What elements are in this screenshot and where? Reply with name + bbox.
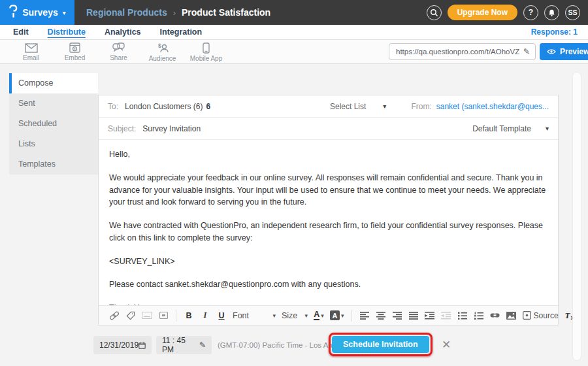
align-left-icon[interactable]	[359, 309, 370, 322]
template-dropdown[interactable]: Default Template ▾	[472, 124, 549, 133]
edit-time-pencil-icon[interactable]: ✎	[199, 341, 206, 350]
channel-embed[interactable]: Embed	[53, 42, 97, 61]
breadcrumb-parent[interactable]: Regional Products	[86, 7, 167, 18]
select-list-dropdown[interactable]: Select List ▾	[330, 102, 386, 111]
notifications-button[interactable]	[544, 5, 559, 20]
link-chain-icon[interactable]	[490, 309, 500, 322]
chevron-down-icon: ▾	[341, 312, 344, 319]
numbered-list-icon[interactable]	[474, 309, 484, 322]
channel-email-label: Email	[23, 54, 39, 61]
sidebar-item-compose[interactable]: Compose	[9, 73, 98, 93]
indent-decrease-icon[interactable]	[441, 309, 451, 322]
compose-card: To: London Customers (6) 6 Select List ▾…	[98, 95, 559, 325]
font-family-dropdown[interactable]: Font ▾	[233, 309, 276, 322]
channel-share[interactable]: Share	[97, 42, 140, 61]
channel-email[interactable]: Email	[9, 43, 53, 61]
share-icon	[112, 42, 125, 53]
avatar[interactable]: SS	[565, 5, 580, 20]
body-paragraph: Please contact sanket.shekdar@questionpr…	[109, 278, 547, 291]
surveys-menu[interactable]: Surveys ▾	[0, 0, 74, 25]
to-label: To:	[108, 102, 118, 111]
upgrade-now-button[interactable]: Upgrade Now	[448, 5, 517, 20]
subject-label: Subject:	[108, 124, 136, 133]
scrollbar[interactable]	[572, 72, 581, 361]
svg-text:$: $	[158, 42, 161, 49]
tab-edit[interactable]: Edit	[13, 27, 29, 37]
bold-button[interactable]: B	[184, 309, 194, 322]
font-family-label: Font	[233, 311, 249, 320]
search-icon	[430, 8, 438, 17]
chevron-down-icon: ▾	[304, 312, 308, 319]
chevron-down-icon: ▾	[546, 125, 549, 132]
close-icon[interactable]: ✕	[442, 338, 451, 352]
source-doc-icon	[523, 311, 531, 320]
align-justify-icon[interactable]	[408, 309, 419, 322]
channel-audience[interactable]: $ Audience	[140, 42, 184, 62]
insert-tag-icon[interactable]	[125, 309, 136, 322]
from-value[interactable]: sanket (sanket.shekdar@ques...	[436, 102, 549, 111]
bullet-list-icon[interactable]	[457, 309, 468, 322]
tab-integration[interactable]: Integration	[160, 27, 203, 37]
survey-tabbar: Edit Distribute Analytics Integration Re…	[0, 25, 588, 40]
from-label: From:	[411, 102, 431, 111]
italic-button[interactable]: I	[200, 309, 210, 322]
channel-audience-label: Audience	[149, 55, 176, 62]
breadcrumb-separator-icon: ›	[173, 8, 176, 18]
font-size-dropdown[interactable]: Size ▾	[282, 309, 308, 322]
sidebar-item-scheduled[interactable]: Scheduled	[9, 114, 98, 134]
source-button-label: Source	[534, 311, 559, 320]
tab-analytics[interactable]: Analytics	[105, 27, 141, 37]
to-recipient-count[interactable]: 6	[206, 102, 210, 111]
search-button[interactable]	[427, 5, 442, 20]
schedule-time-picker[interactable]: 11 : 45 PM ✎	[156, 336, 212, 354]
background-color-dropdown[interactable]: A ▾	[330, 309, 344, 322]
insert-link-icon[interactable]	[109, 309, 120, 322]
toolbar-separator	[176, 310, 176, 322]
insert-image-icon[interactable]	[506, 309, 517, 322]
underline-button[interactable]: U	[216, 309, 227, 322]
sidebar-item-templates[interactable]: Templates	[9, 154, 98, 175]
calendar-icon	[139, 341, 146, 350]
source-button[interactable]: Source	[523, 309, 559, 322]
top-header: Surveys ▾ Regional Products › Product Sa…	[0, 0, 588, 25]
eye-icon	[547, 48, 556, 55]
app-window: Surveys ▾ Regional Products › Product Sa…	[0, 0, 588, 366]
embed-icon	[69, 42, 80, 53]
preview-button-label: Preview	[560, 47, 588, 56]
insert-button-icon[interactable]	[158, 309, 169, 322]
background-color-letter: A	[330, 310, 340, 320]
schedule-invitation-button[interactable]: Schedule Invitation	[332, 336, 429, 353]
audience-icon: $	[156, 42, 169, 54]
survey-url-text: https://qa.questionpro.com/t/AOhoVZfqml	[396, 48, 519, 56]
help-button[interactable]: ?	[523, 5, 538, 20]
font-size-label: Size	[282, 311, 297, 320]
chevron-down-icon: ▾	[383, 103, 386, 110]
align-center-icon[interactable]	[376, 309, 386, 322]
edit-url-pencil-icon[interactable]: ✎	[523, 47, 530, 56]
merge-field-icon[interactable]	[142, 309, 152, 322]
preview-button[interactable]: Preview	[540, 43, 588, 60]
response-count[interactable]: Response: 1	[531, 27, 578, 37]
body-paragraph: <SURVEY_LINK>	[109, 256, 547, 268]
text-color-letter: A	[314, 310, 319, 321]
editor-format-toolbar: B I U Font ▾ Size ▾ A ▾ A ▾	[99, 305, 558, 325]
to-value[interactable]: London Customers (6)	[125, 102, 203, 111]
schedule-date-picker[interactable]: 12/31/2019	[93, 336, 152, 354]
subject-row: Subject: Survey Invitation Default Templ…	[99, 118, 558, 140]
chevron-down-icon: ▾	[272, 312, 276, 319]
channel-mobile-app-label: Mobile App	[190, 55, 222, 62]
survey-url-input[interactable]: https://qa.questionpro.com/t/AOhoVZfqml …	[389, 43, 536, 60]
compose-sidebar: Compose Sent Scheduled Lists Templates	[9, 73, 98, 175]
indent-increase-icon[interactable]	[425, 309, 435, 322]
sidebar-item-sent[interactable]: Sent	[9, 93, 98, 114]
email-body-editor[interactable]: Hello, We would appreciate your feedback…	[99, 140, 558, 314]
distribute-toolbar: Email Embed Share $	[0, 40, 588, 64]
align-right-icon[interactable]	[392, 309, 402, 322]
select-list-label: Select List	[330, 102, 366, 111]
tab-distribute[interactable]: Distribute	[48, 27, 86, 37]
channel-mobile-app[interactable]: Mobile App	[184, 42, 228, 62]
sidebar-item-lists[interactable]: Lists	[9, 134, 98, 154]
subject-value[interactable]: Survey Invitation	[142, 124, 201, 133]
body-paragraph: We would appreciate your feedback in our…	[109, 172, 547, 208]
text-color-dropdown[interactable]: A ▾	[314, 309, 324, 322]
